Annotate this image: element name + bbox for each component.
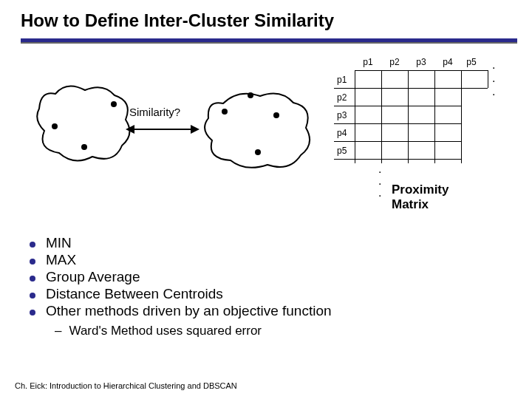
svg-marker-2	[191, 125, 200, 134]
matrix-col-label: p1	[355, 57, 381, 67]
bullet-icon	[30, 242, 35, 248]
matrix-ellipsis-vertical: .	[378, 166, 381, 172]
matrix-caption: Proximity Matrix	[392, 183, 449, 212]
matrix-col-label: p2	[381, 57, 408, 67]
double-arrow-icon	[126, 122, 200, 137]
matrix-col-label: p5	[461, 57, 482, 67]
list-item: Other methods driven by an objective fun…	[30, 303, 332, 319]
list-item: Group Average	[30, 269, 332, 285]
cluster-point	[52, 123, 58, 129]
svg-marker-1	[126, 125, 134, 134]
cluster-cloud-left	[33, 79, 137, 168]
list-item-text: Group Average	[46, 269, 140, 285]
matrix-col-label: p3	[408, 57, 434, 67]
matrix-col-label: p4	[434, 57, 461, 67]
slide-title: How to Define Inter-Cluster Similarity	[0, 0, 532, 38]
matrix-ellipsis-vertical: .	[378, 178, 381, 184]
cluster-cloud-right	[201, 85, 319, 174]
slide-footer: Ch. Eick: Introduction to Hierarchical C…	[15, 381, 237, 390]
cluster-point	[81, 144, 87, 150]
bullet-icon	[30, 276, 35, 282]
divider-bottom	[21, 42, 517, 44]
cluster-point	[222, 109, 228, 115]
bullet-icon	[30, 310, 35, 316]
methods-list: MIN MAX Group Average Distance Between C…	[30, 235, 332, 338]
matrix-ellipsis-horizontal: . . .	[492, 58, 498, 98]
similarity-label: Similarity?	[129, 106, 180, 118]
bullet-icon	[30, 293, 35, 299]
list-item-text: Other methods driven by an objective fun…	[46, 303, 332, 319]
dash-icon: –	[55, 324, 61, 338]
list-item: MIN	[30, 235, 332, 251]
matrix-ellipsis-vertical: .	[378, 190, 381, 196]
cluster-point	[111, 101, 117, 107]
list-item: Distance Between Centroids	[30, 286, 332, 302]
diagram-area: Similarity? p1 p2 p3 p4 p5 . . . p1 p2 p…	[0, 57, 532, 234]
cluster-point	[255, 149, 261, 155]
list-item: MAX	[30, 252, 332, 268]
list-subitem-text: Ward's Method uses squared error	[69, 324, 262, 338]
list-item-text: MIN	[46, 235, 72, 251]
bullet-icon	[30, 259, 35, 265]
list-item-text: MAX	[46, 252, 76, 268]
cluster-point	[273, 112, 279, 118]
list-item-text: Distance Between Centroids	[46, 286, 223, 302]
cluster-point	[248, 92, 253, 98]
list-subitem: – Ward's Method uses squared error	[55, 324, 332, 338]
